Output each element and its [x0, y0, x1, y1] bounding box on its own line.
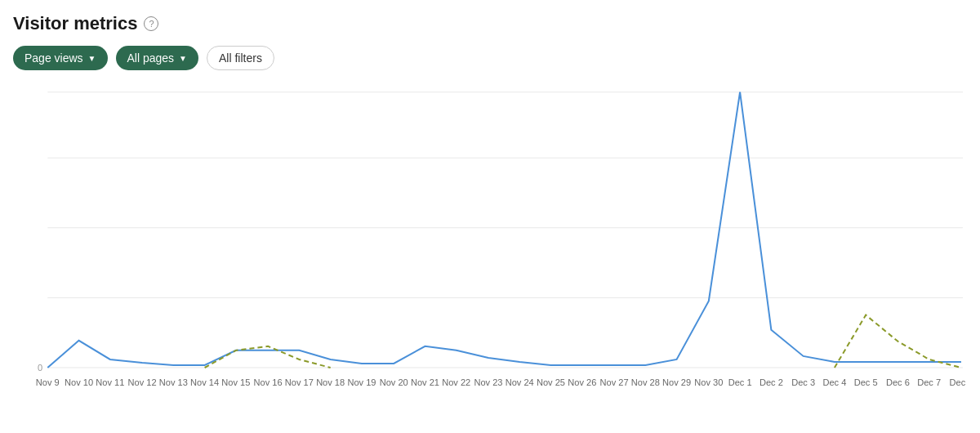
svg-text:Nov 29: Nov 29 — [662, 377, 691, 387]
svg-text:Nov 23: Nov 23 — [474, 377, 502, 387]
svg-text:Dec 2: Dec 2 — [760, 377, 783, 387]
svg-text:Nov 25: Nov 25 — [537, 377, 565, 387]
toolbar: Page views ▼ All pages ▼ All filters — [13, 46, 967, 70]
svg-text:Nov 12: Nov 12 — [128, 377, 157, 387]
svg-text:Nov 11: Nov 11 — [96, 377, 124, 387]
page-title: Visitor metrics — [13, 13, 137, 34]
svg-text:Nov 24: Nov 24 — [506, 377, 534, 387]
help-icon[interactable]: ? — [144, 16, 158, 31]
svg-text:Nov 28: Nov 28 — [631, 377, 660, 387]
svg-text:Dec 3: Dec 3 — [791, 377, 815, 387]
svg-text:Nov 16: Nov 16 — [254, 377, 283, 387]
visitor-metrics-chart: 0 Nov 9 Nov 10 Nov 11 Nov 12 Nov 13 Nov … — [13, 85, 967, 412]
page-views-button[interactable]: Page views ▼ — [13, 46, 108, 70]
chevron-down-icon: ▼ — [179, 54, 187, 63]
svg-text:Nov 22: Nov 22 — [442, 377, 470, 387]
svg-text:Dec 1: Dec 1 — [728, 377, 752, 387]
svg-text:Dec 7: Dec 7 — [917, 377, 941, 387]
blue-data-line — [47, 92, 961, 368]
svg-text:Nov 10: Nov 10 — [65, 377, 93, 387]
svg-text:Dec 5: Dec 5 — [854, 377, 878, 387]
svg-text:Nov 13: Nov 13 — [159, 377, 188, 387]
svg-text:Nov 30: Nov 30 — [694, 377, 723, 387]
svg-text:Dec 4: Dec 4 — [822, 377, 846, 387]
dashed-data-line-2 — [835, 315, 961, 368]
svg-text:Nov 9: Nov 9 — [36, 377, 60, 387]
svg-text:Nov 14: Nov 14 — [190, 377, 219, 387]
svg-text:Nov 15: Nov 15 — [221, 377, 250, 387]
svg-text:Nov 26: Nov 26 — [568, 377, 596, 387]
all-filters-button[interactable]: All filters — [207, 46, 274, 70]
svg-text:Nov 20: Nov 20 — [380, 377, 408, 387]
svg-text:Dec 6: Dec 6 — [886, 377, 910, 387]
line-chart: 0 Nov 9 Nov 10 Nov 11 Nov 12 Nov 13 Nov … — [13, 85, 967, 412]
svg-text:Nov 21: Nov 21 — [411, 377, 439, 387]
page-header: Visitor metrics ? — [13, 13, 967, 34]
chevron-down-icon: ▼ — [88, 54, 96, 63]
svg-text:0: 0 — [38, 363, 42, 373]
svg-text:Nov 27: Nov 27 — [600, 377, 629, 387]
svg-text:Nov 18: Nov 18 — [316, 377, 345, 387]
svg-text:Nov 17: Nov 17 — [285, 377, 314, 387]
svg-text:Nov 19: Nov 19 — [347, 377, 376, 387]
all-pages-button[interactable]: All pages ▼ — [116, 46, 199, 70]
svg-text:Dec 8: Dec 8 — [949, 377, 967, 387]
